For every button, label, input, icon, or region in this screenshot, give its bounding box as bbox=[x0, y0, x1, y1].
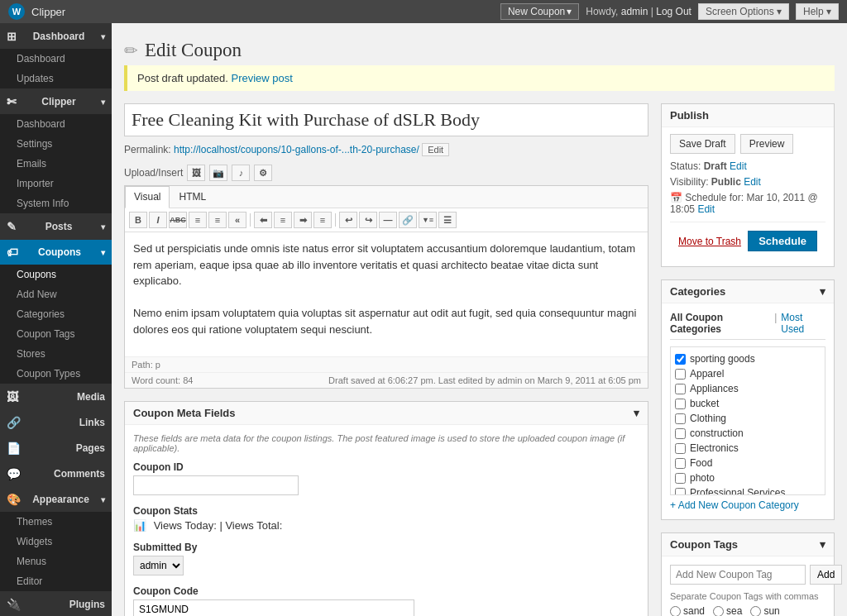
tag-radio-sand[interactable]: sand bbox=[670, 605, 705, 616]
submenu-coupons[interactable]: Coupons bbox=[0, 265, 112, 284]
permalink-edit-button[interactable]: Edit bbox=[422, 143, 449, 156]
tab-visual[interactable]: Visual bbox=[125, 186, 170, 208]
coupon-tags-header[interactable]: Coupon Tags ▾ bbox=[662, 533, 834, 556]
align-center-button[interactable]: ≡ bbox=[274, 212, 292, 228]
username-link[interactable]: admin bbox=[621, 6, 648, 17]
cat-checkbox-clothing[interactable] bbox=[675, 413, 686, 424]
submenu-clipper-settings[interactable]: Settings bbox=[0, 134, 112, 154]
page-title-area: ✏ Edit Coupon bbox=[124, 31, 835, 65]
tab-html[interactable]: HTML bbox=[170, 186, 215, 208]
tag-radio-sea[interactable]: sea bbox=[713, 605, 742, 616]
upload-video-button[interactable]: 📷 bbox=[209, 165, 227, 181]
submenu-clipper-dashboard[interactable]: Dashboard bbox=[0, 114, 112, 134]
submenu-menus[interactable]: Menus bbox=[0, 552, 112, 571]
submenu-themes[interactable]: Themes bbox=[0, 512, 112, 532]
upload-media-button[interactable]: ⚙ bbox=[254, 165, 272, 181]
wp-logo: W bbox=[8, 3, 25, 20]
cat-checkbox-electronics[interactable] bbox=[675, 443, 686, 454]
submenu-clipper-sysinfo[interactable]: System Info bbox=[0, 193, 112, 213]
cat-checkbox-sporting-goods[interactable] bbox=[675, 354, 686, 365]
upload-image-button[interactable]: 🖼 bbox=[187, 165, 205, 181]
submenu-add-new[interactable]: Add New bbox=[0, 284, 112, 304]
save-draft-button[interactable]: Save Draft bbox=[670, 134, 735, 154]
submenu-coupon-types[interactable]: Coupon Types bbox=[0, 364, 112, 384]
tab-all-categories[interactable]: All Coupon Categories bbox=[670, 312, 770, 335]
help-button[interactable]: Help ▾ bbox=[796, 3, 839, 20]
unordered-list-button[interactable]: ≡ bbox=[189, 212, 207, 228]
align-left-button[interactable]: ⬅ bbox=[254, 212, 272, 228]
strikethrough-button[interactable]: ABC bbox=[169, 212, 187, 228]
preview-button[interactable]: Preview bbox=[740, 134, 794, 154]
move-to-trash-link[interactable]: Move to Trash bbox=[678, 236, 741, 247]
sidebar-item-dashboard[interactable]: ⊞ Dashboard ▾ bbox=[0, 24, 112, 49]
ordered-list-button[interactable]: ≡ bbox=[208, 212, 227, 228]
submenu-clipper-importer[interactable]: Importer bbox=[0, 174, 112, 193]
bold-button[interactable]: B bbox=[129, 212, 147, 228]
blockquote-button[interactable]: « bbox=[228, 212, 246, 228]
preview-post-link[interactable]: Preview post bbox=[231, 72, 292, 84]
radio-sea[interactable] bbox=[713, 606, 724, 617]
add-new-category-link[interactable]: + Add New Coupon Category bbox=[670, 499, 825, 511]
kitchen-sink-button[interactable]: ☰ bbox=[438, 212, 457, 228]
cat-checkbox-professional-services[interactable] bbox=[675, 488, 686, 496]
align-right-button[interactable]: ➡ bbox=[294, 212, 312, 228]
sidebar-item-appearance[interactable]: 🎨 Appearance ▾ bbox=[0, 487, 112, 512]
sidebar-section-appearance: 🎨 Appearance ▾ Themes Widgets Menus Edit… bbox=[0, 486, 112, 591]
submitted-by-select[interactable]: admin bbox=[133, 556, 184, 575]
visibility-edit-link[interactable]: Edit bbox=[744, 176, 761, 188]
tag-radio-sun[interactable]: sun bbox=[750, 605, 779, 616]
post-title-input[interactable] bbox=[124, 103, 648, 136]
coupon-meta-header[interactable]: Coupon Meta Fields ▾ bbox=[125, 402, 648, 425]
cat-checkbox-photo[interactable] bbox=[675, 473, 686, 484]
more-button[interactable]: ▼≡ bbox=[419, 212, 437, 228]
italic-button[interactable]: I bbox=[149, 212, 167, 228]
schedule-button[interactable]: Schedule bbox=[748, 231, 817, 251]
permalink-url[interactable]: http://localhost/coupons/10-gallons-of-.… bbox=[174, 144, 419, 155]
coupon-id-field: Coupon ID bbox=[133, 461, 639, 495]
hr-button[interactable]: — bbox=[379, 212, 397, 228]
submenu-widgets[interactable]: Widgets bbox=[0, 532, 112, 552]
page-title: Edit Coupon bbox=[145, 40, 242, 61]
link-button[interactable]: 🔗 bbox=[399, 212, 417, 228]
publish-header[interactable]: Publish bbox=[662, 104, 834, 127]
radio-sun[interactable] bbox=[750, 606, 761, 617]
cat-checkbox-food[interactable] bbox=[675, 458, 686, 469]
redo-button[interactable]: ↪ bbox=[359, 212, 377, 228]
align-justify-button[interactable]: ≡ bbox=[313, 212, 332, 228]
sidebar-item-clipper[interactable]: ✄ Clipper ▾ bbox=[0, 89, 112, 114]
cat-checkbox-construction[interactable] bbox=[675, 428, 686, 439]
sidebar-item-comments[interactable]: 💬 Comments bbox=[0, 461, 112, 486]
editor-content[interactable]: Sed ut perspiciatis unde omnis iste natu… bbox=[125, 232, 648, 356]
sidebar-item-posts[interactable]: ✎ Posts ▾ bbox=[0, 214, 112, 239]
submenu-editor[interactable]: Editor bbox=[0, 571, 112, 591]
tab-most-used[interactable]: Most Used bbox=[781, 312, 825, 335]
sidebar-item-media[interactable]: 🖼 Media bbox=[0, 384, 112, 409]
cat-checkbox-bucket[interactable] bbox=[675, 399, 686, 409]
cat-checkbox-apparel[interactable] bbox=[675, 369, 686, 380]
sidebar-item-pages[interactable]: 📄 Pages bbox=[0, 436, 112, 461]
radio-sand[interactable] bbox=[670, 606, 681, 617]
sidebar-item-links[interactable]: 🔗 Links bbox=[0, 410, 112, 435]
submenu-categories[interactable]: Categories bbox=[0, 304, 112, 324]
sidebar-item-plugins[interactable]: 🔌 Plugins bbox=[0, 592, 112, 616]
coupon-code-input[interactable] bbox=[133, 599, 414, 616]
categories-header[interactable]: Categories ▾ bbox=[662, 280, 834, 303]
coupon-id-input[interactable] bbox=[133, 475, 299, 495]
submenu-dashboard[interactable]: Dashboard bbox=[0, 49, 112, 69]
upload-audio-button[interactable]: ♪ bbox=[232, 165, 250, 181]
status-edit-link[interactable]: Edit bbox=[730, 160, 747, 172]
sidebar-item-coupons[interactable]: 🏷 Coupons ▾ bbox=[0, 240, 112, 265]
add-tag-button[interactable]: Add bbox=[810, 565, 842, 585]
logout-link[interactable]: Log Out bbox=[656, 6, 691, 17]
submenu-stores[interactable]: Stores bbox=[0, 344, 112, 364]
tag-input[interactable] bbox=[670, 565, 806, 585]
submenu-clipper-emails[interactable]: Emails bbox=[0, 154, 112, 174]
submenu-updates[interactable]: Updates bbox=[0, 69, 112, 88]
schedule-edit-link[interactable]: Edit bbox=[697, 203, 715, 215]
undo-button[interactable]: ↩ bbox=[339, 212, 357, 228]
cat-checkbox-appliances[interactable] bbox=[675, 384, 686, 394]
submenu-coupon-tags[interactable]: Coupon Tags bbox=[0, 324, 112, 344]
screen-options-button[interactable]: Screen Options ▾ bbox=[698, 3, 789, 20]
new-coupon-button[interactable]: New Coupon ▾ bbox=[500, 3, 579, 20]
coupon-tags-box: Coupon Tags ▾ Add Separate Coupon Tags w… bbox=[661, 532, 835, 616]
